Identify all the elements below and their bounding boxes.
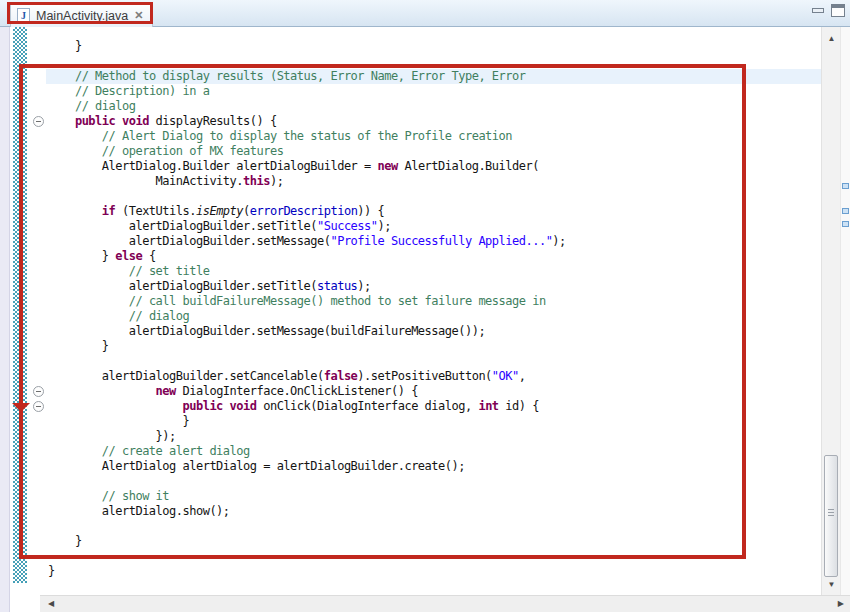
fold-gutter <box>27 27 46 595</box>
minimize-view-icon[interactable] <box>812 8 824 13</box>
code-line[interactable]: // operation of MX features <box>46 144 821 159</box>
code-line[interactable]: alertDialogBuilder.setMessage("Profile S… <box>46 234 821 249</box>
code-line[interactable]: // dialog <box>46 99 821 114</box>
code-line[interactable]: } <box>46 534 821 549</box>
tab-bar: J MainActivity.java ✕ <box>0 0 850 27</box>
code-line[interactable] <box>46 519 821 534</box>
code-line[interactable] <box>46 189 821 204</box>
code-line[interactable] <box>46 354 821 369</box>
tab-mainactivity[interactable]: J MainActivity.java ✕ <box>10 3 153 27</box>
code-line[interactable]: alertDialogBuilder.setCancelable(false).… <box>46 369 821 384</box>
left-ruler <box>0 27 10 612</box>
code-line[interactable]: alertDialogBuilder.setTitle(status); <box>46 279 821 294</box>
fold-collapse-icon[interactable] <box>33 116 44 127</box>
vertical-scrollbar-thumb[interactable] <box>824 455 838 577</box>
fold-collapse-icon[interactable] <box>33 401 44 412</box>
scroll-left-icon[interactable]: ◀ <box>48 599 54 608</box>
java-file-icon: J <box>17 8 30 23</box>
code-line[interactable]: AlertDialog alertDialog = alertDialogBui… <box>46 459 821 474</box>
occurrence-marker[interactable] <box>842 221 849 227</box>
code-line[interactable]: }); <box>46 429 821 444</box>
code-line[interactable] <box>46 549 821 564</box>
vertical-scrollbar[interactable]: ▲ ▼ <box>821 27 840 595</box>
maximize-view-icon[interactable] <box>831 4 845 17</box>
fold-collapse-icon[interactable] <box>33 386 44 397</box>
code-line[interactable]: alertDialogBuilder.setTitle("Success"); <box>46 219 821 234</box>
scroll-down-icon[interactable]: ▼ <box>822 579 841 591</box>
occurrence-marker[interactable] <box>842 183 849 189</box>
code-line[interactable]: MainActivity.this); <box>46 174 821 189</box>
code-line[interactable]: // show it <box>46 489 821 504</box>
horizontal-scrollbar[interactable]: ◀ ▶ <box>40 595 850 612</box>
code-line[interactable] <box>46 474 821 489</box>
overview-ruler <box>840 27 850 595</box>
code-line[interactable]: // Method to display results (Status, Er… <box>46 69 821 84</box>
code-line[interactable]: alertDialogBuilder.setMessage(buildFailu… <box>46 324 821 339</box>
code-lines: } // Method to display results (Status, … <box>46 39 821 579</box>
scroll-right-icon[interactable]: ▶ <box>838 599 844 608</box>
code-editor[interactable]: } // Method to display results (Status, … <box>46 27 821 595</box>
code-line[interactable]: // Description) in a <box>46 84 821 99</box>
code-line[interactable]: } <box>46 414 821 429</box>
code-line[interactable]: // set title <box>46 264 821 279</box>
code-line[interactable]: } else { <box>46 249 821 264</box>
code-line[interactable]: } <box>46 339 821 354</box>
editor-window: J MainActivity.java ✕ } // Method to dis… <box>0 0 850 612</box>
code-line[interactable]: public void onClick(DialogInterface dial… <box>46 399 821 414</box>
tab-title: MainActivity.java <box>36 9 128 23</box>
code-line[interactable]: // call buildFailureMessage() method to … <box>46 294 821 309</box>
occurrence-marker[interactable] <box>842 208 849 214</box>
change-bar <box>13 27 27 583</box>
code-line[interactable]: // create alert dialog <box>46 444 821 459</box>
scroll-up-icon[interactable]: ▲ <box>822 33 841 45</box>
code-line[interactable]: } <box>46 564 821 579</box>
code-line[interactable] <box>46 54 821 69</box>
code-line[interactable]: if (TextUtils.isEmpty(errorDescription))… <box>46 204 821 219</box>
code-line[interactable]: AlertDialog.Builder alertDialogBuilder =… <box>46 159 821 174</box>
code-line[interactable]: // Alert Dialog to display the status of… <box>46 129 821 144</box>
tab-close-icon[interactable]: ✕ <box>134 10 143 21</box>
code-line[interactable]: new DialogInterface.OnClickListener() { <box>46 384 821 399</box>
code-line[interactable]: public void displayResults() { <box>46 114 821 129</box>
code-line[interactable]: } <box>46 39 821 54</box>
code-line[interactable]: // dialog <box>46 309 821 324</box>
code-line[interactable]: alertDialog.show(); <box>46 504 821 519</box>
